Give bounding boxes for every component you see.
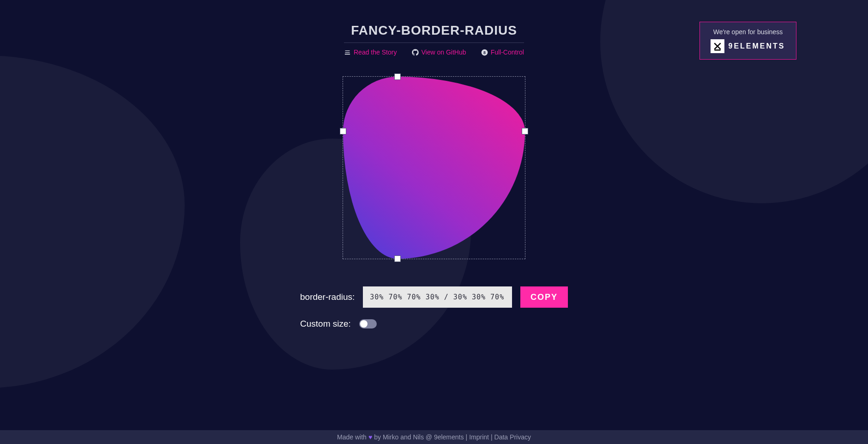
drag-handle-bottom[interactable]	[394, 255, 401, 262]
drag-handle-left[interactable]	[340, 128, 346, 134]
custom-size-row: Custom size:	[300, 319, 568, 329]
footer: Made with ♥ by Mirko and Nils @ 9element…	[0, 430, 868, 444]
footer-privacy[interactable]: Data Privacy	[494, 433, 531, 441]
header-divider	[344, 43, 524, 43]
editor-bounding-box	[343, 76, 525, 259]
callout-text: We're open for business	[713, 28, 783, 36]
shape-editor	[343, 76, 525, 259]
footer-imprint[interactable]: Imprint	[469, 433, 489, 441]
callout-logo: 9ELEMENTS	[711, 39, 785, 53]
footer-and: and	[400, 433, 411, 441]
github-icon	[412, 49, 419, 56]
shape-preview	[343, 77, 525, 259]
nine-elements-logo-icon	[711, 39, 724, 53]
radius-row: border-radius: COPY	[300, 286, 568, 308]
nav-link-full-control[interactable]: 8 Full-Control	[481, 49, 524, 56]
bg-blob-left	[0, 55, 185, 388]
nav-link-label: Read the Story	[354, 49, 397, 56]
drag-handle-top[interactable]	[394, 73, 401, 80]
toggle-knob	[360, 320, 368, 328]
svg-text:8: 8	[483, 50, 486, 55]
footer-by: by	[374, 433, 381, 441]
heart-icon: ♥	[368, 433, 372, 441]
header-nav: Read the Story View on GitHub 8 Full-Con…	[344, 49, 524, 56]
callout-brand: 9ELEMENTS	[728, 42, 785, 50]
page-title: FANCY-BORDER-RADIUS	[344, 23, 524, 38]
business-callout[interactable]: We're open for business 9ELEMENTS	[699, 22, 796, 60]
radius-value-input[interactable]	[363, 286, 512, 308]
nav-link-github[interactable]: View on GitHub	[412, 49, 466, 56]
radius-label: border-radius:	[300, 292, 355, 302]
nav-link-label: Full-Control	[491, 49, 524, 56]
controls-panel: border-radius: COPY Custom size:	[300, 286, 568, 340]
footer-prefix: Made with	[337, 433, 367, 441]
read-icon	[344, 49, 351, 56]
footer-sep: |	[466, 433, 468, 441]
nav-link-read-story[interactable]: Read the Story	[344, 49, 397, 56]
drag-handle-right[interactable]	[522, 128, 528, 134]
footer-author-nils[interactable]: Nils @ 9elements	[413, 433, 464, 441]
footer-sep2: |	[491, 433, 493, 441]
custom-size-toggle[interactable]	[359, 319, 377, 328]
copy-button[interactable]: COPY	[520, 286, 568, 308]
eight-icon: 8	[481, 49, 488, 56]
footer-author-mirko[interactable]: Mirko	[383, 433, 398, 441]
nav-link-label: View on GitHub	[422, 49, 466, 56]
custom-size-label: Custom size:	[300, 319, 351, 329]
header: FANCY-BORDER-RADIUS Read the Story View …	[344, 23, 524, 56]
